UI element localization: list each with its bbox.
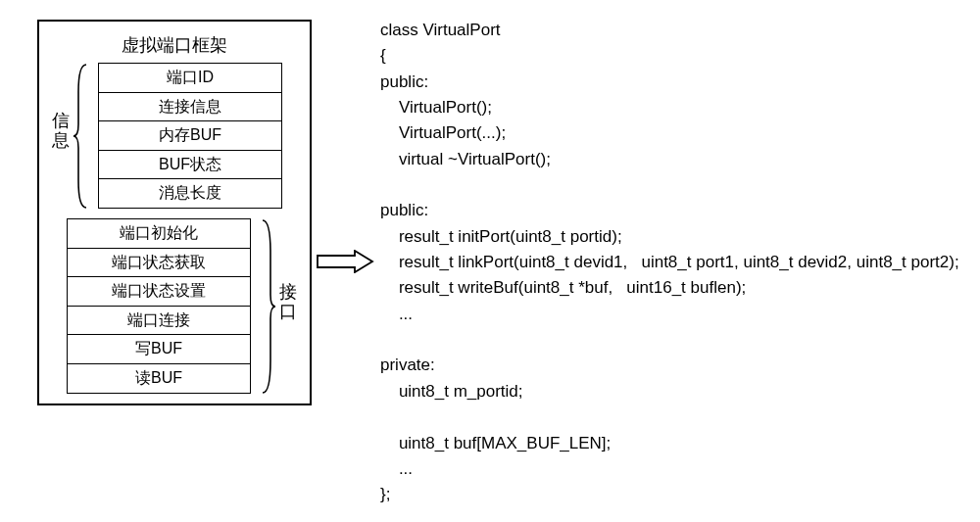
group-info: 信 息 端口ID 连接信息 内存BUF BUF状态 消息长度 xyxy=(47,63,302,209)
code-line: virtual ~VirtualPort(); xyxy=(380,150,551,168)
code-line: public: xyxy=(380,72,428,91)
row-port-status-get: 端口状态获取 xyxy=(67,248,251,278)
row-read-buf: 读BUF xyxy=(67,363,251,394)
frame-title: 虚拟端口框架 xyxy=(47,29,302,63)
code-line: result_t initPort(uint8_t portid); xyxy=(380,227,622,246)
group-interface-rows: 端口初始化 端口状态获取 端口状态设置 端口连接 写BUF 读BUF xyxy=(67,218,251,394)
diagram-panel: 虚拟端口框架 信 息 端口ID 连接信息 内存BUF BUF状态 消息长度 接 … xyxy=(37,20,312,405)
code-line: class VirtualPort xyxy=(380,21,501,39)
code-block: class VirtualPort { public: VirtualPort(… xyxy=(380,18,963,508)
group-interface: 接 口 端口初始化 端口状态获取 端口状态设置 端口连接 写BUF 读BUF xyxy=(47,218,302,394)
code-line: result_t linkPort(uint8_t devid1, uint8_… xyxy=(380,253,959,271)
group-info-label: 信 息 xyxy=(51,112,71,151)
code-line: { xyxy=(380,46,386,65)
outer-frame: 虚拟端口框架 信 息 端口ID 连接信息 内存BUF BUF状态 消息长度 接 … xyxy=(37,20,312,405)
row-buf-status: BUF状态 xyxy=(98,150,282,180)
code-line: private: xyxy=(380,356,435,374)
row-conn-info: 连接信息 xyxy=(98,92,282,122)
code-line: uint8_t buf[MAX_BUF_LEN]; xyxy=(380,434,611,452)
code-line: public: xyxy=(380,201,428,219)
group-interface-label: 接 口 xyxy=(278,283,298,322)
row-port-init: 端口初始化 xyxy=(67,218,251,249)
code-line: }; xyxy=(380,485,390,503)
code-line: uint8_t m_portid; xyxy=(380,382,523,401)
code-line: VirtualPort(); xyxy=(380,98,492,117)
code-line: ... xyxy=(380,459,413,478)
code-line: VirtualPort(...); xyxy=(380,123,506,142)
row-mem-buf: 内存BUF xyxy=(98,120,282,151)
row-port-link: 端口连接 xyxy=(67,306,251,336)
row-write-buf: 写BUF xyxy=(67,334,251,364)
row-port-status-set: 端口状态设置 xyxy=(67,276,251,307)
code-line: result_t writeBuf(uint8_t *buf, uint16_t… xyxy=(380,278,746,297)
group-info-rows: 端口ID 连接信息 内存BUF BUF状态 消息长度 xyxy=(98,63,282,209)
arrow-right-icon xyxy=(316,250,374,273)
bracket-right-icon xyxy=(259,218,276,395)
row-msg-len: 消息长度 xyxy=(98,178,282,209)
code-line: ... xyxy=(380,305,413,323)
row-port-id: 端口ID xyxy=(98,63,282,93)
bracket-left-icon xyxy=(73,63,90,210)
